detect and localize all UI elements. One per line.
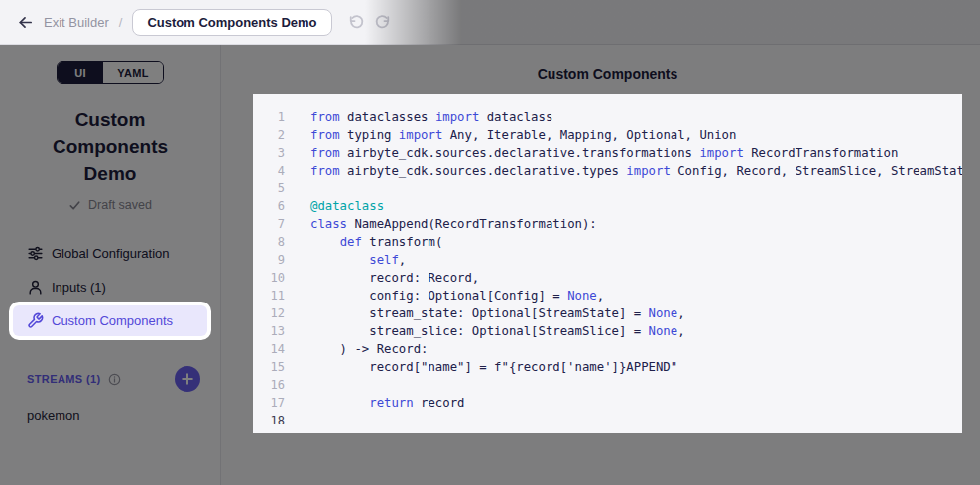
connector-title: Custom Components Demo xyxy=(35,106,185,186)
toggle-yaml-button[interactable]: YAML xyxy=(103,62,163,83)
info-icon[interactable] xyxy=(108,373,121,386)
sidebar-item-label: Global Configuration xyxy=(52,246,170,261)
stream-item-pokemon[interactable]: pokemon xyxy=(27,408,207,423)
line-number: 18 xyxy=(253,412,285,429)
code-editor[interactable]: 1from dataclasses import dataclass2from … xyxy=(253,94,962,433)
sidebar-item-inputs[interactable]: Inputs (1) xyxy=(13,272,207,303)
code-line: 16 xyxy=(253,376,962,394)
code-line: 11 config: Optional[Config] = None, xyxy=(253,287,962,304)
line-number: 5 xyxy=(253,180,285,197)
draft-status-label: Draft saved xyxy=(88,198,152,212)
code-line: 3from airbyte_cdk.sources.declarative.tr… xyxy=(253,144,962,162)
code-lines: 1from dataclasses import dataclass2from … xyxy=(253,108,962,429)
code-line: 13 stream_slice: Optional[StreamSlice] =… xyxy=(253,322,962,340)
line-number: 7 xyxy=(253,215,285,233)
code-line: 4from airbyte_cdk.sources.declarative.ty… xyxy=(253,162,962,180)
line-number: 2 xyxy=(253,126,285,144)
line-number: 14 xyxy=(253,340,285,358)
add-stream-button[interactable] xyxy=(175,366,200,392)
wrench-icon xyxy=(27,312,44,329)
connector-builder-app: Exit Builder / Custom Components Demo UI… xyxy=(0,0,980,485)
sidebar: UI YAML Custom Components Demo Draft sav… xyxy=(0,45,221,485)
line-number: 6 xyxy=(253,197,285,215)
code-line: 8 def transform( xyxy=(253,233,962,251)
line-number: 8 xyxy=(253,233,285,251)
code-line: 15 record["name"] = f"{record['name']}AP… xyxy=(253,358,962,376)
code-line: 9 self, xyxy=(253,251,962,269)
code-line: 7class NameAppend(RecordTransformation): xyxy=(253,215,962,233)
sliders-icon xyxy=(27,245,44,262)
line-number: 16 xyxy=(253,376,285,394)
redo-icon[interactable] xyxy=(374,12,394,32)
code-line: 2from typing import Any, Iterable, Mappi… xyxy=(253,126,962,144)
line-number: 9 xyxy=(253,251,285,269)
line-number: 1 xyxy=(253,108,285,126)
code-line: 18 xyxy=(253,412,962,429)
topbar: Exit Builder / Custom Components Demo xyxy=(0,0,980,45)
back-arrow-icon[interactable] xyxy=(14,11,36,33)
code-line: 6@dataclass xyxy=(253,197,962,215)
code-line: 12 stream_state: Optional[StreamState] =… xyxy=(253,304,962,322)
panel-heading: Custom Components xyxy=(253,66,962,82)
check-icon xyxy=(68,199,81,212)
undo-icon[interactable] xyxy=(346,12,366,32)
code-line: 10 record: Record, xyxy=(253,269,962,287)
ui-yaml-toggle: UI YAML xyxy=(57,61,164,84)
sidebar-item-custom-components[interactable]: Custom Components xyxy=(13,305,207,336)
code-line: 17 return record xyxy=(253,394,962,412)
line-number: 17 xyxy=(253,394,285,412)
line-number: 13 xyxy=(253,322,285,340)
exit-builder-link[interactable]: Exit Builder xyxy=(44,15,109,30)
line-number: 11 xyxy=(253,287,285,304)
sidebar-item-global-configuration[interactable]: Global Configuration xyxy=(13,238,207,269)
line-number: 15 xyxy=(253,358,285,376)
sidebar-item-label: Custom Components xyxy=(52,313,173,328)
code-line: 5 xyxy=(253,180,962,197)
line-number: 10 xyxy=(253,269,285,287)
project-name-input[interactable]: Custom Components Demo xyxy=(132,9,331,36)
code-line: 14 ) -> Record: xyxy=(253,340,962,358)
line-number: 12 xyxy=(253,304,285,322)
main-panel: Custom Components 1from dataclasses impo… xyxy=(221,45,980,485)
streams-label: STREAMS (1) xyxy=(27,373,101,385)
breadcrumb-separator: / xyxy=(119,15,123,30)
line-number: 4 xyxy=(253,162,285,180)
code-line: 1from dataclasses import dataclass xyxy=(253,108,962,126)
sidebar-nav: Global Configuration Inputs (1) Custom C… xyxy=(0,238,220,336)
user-icon xyxy=(27,279,44,296)
sidebar-item-label: Inputs (1) xyxy=(52,280,106,295)
line-number: 3 xyxy=(253,144,285,162)
toggle-ui-button[interactable]: UI xyxy=(58,62,103,83)
streams-header: STREAMS (1) xyxy=(13,366,207,392)
draft-status: Draft saved xyxy=(0,198,220,212)
